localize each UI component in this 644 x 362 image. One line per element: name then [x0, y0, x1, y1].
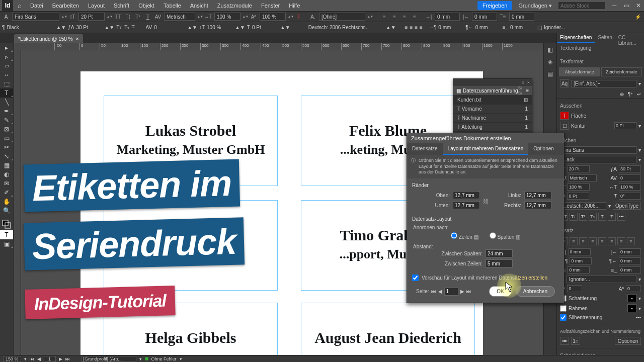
scissors-tool-icon[interactable]: ✂ — [0, 143, 13, 152]
allcaps-icon[interactable]: TT — [114, 13, 122, 21]
numbers-icon[interactable]: 1≡ — [571, 337, 580, 345]
char-style-select[interactable]: [Ohne] — [319, 13, 365, 21]
menu-ansicht[interactable]: Ansicht — [186, 3, 212, 9]
text-fill-icon[interactable]: T — [295, 13, 303, 21]
fontsize-input-r[interactable] — [568, 165, 590, 172]
underline-icon[interactable]: T — [144, 13, 152, 21]
direct-selection-tool-icon[interactable]: ▹ — [0, 52, 13, 61]
menu-fenster[interactable]: Fenster — [257, 3, 284, 9]
margin-top-input[interactable] — [453, 191, 480, 199]
indent-right-input[interactable]: 0 mm — [472, 13, 497, 21]
dropcap-lines-input[interactable] — [567, 285, 582, 292]
gradient-feather-tool-icon[interactable]: ◐ — [0, 170, 13, 179]
char-panel-icon[interactable]: A — [2, 13, 10, 21]
gap-tool-icon[interactable]: ↔ — [0, 70, 13, 79]
more-para-icon[interactable]: ••• — [635, 315, 641, 320]
font-family-select[interactable]: Fira Sans — [12, 13, 59, 21]
screen-mode-icon[interactable]: ▣ — [0, 239, 13, 248]
hyphen-select[interactable]: Ignorier... — [544, 25, 572, 30]
arrange-cols-radio[interactable]: Spalten ▥ — [490, 232, 520, 240]
baseline-input[interactable]: 0 Pt — [252, 25, 278, 30]
data-merge-panel[interactable]: « × ▦ Datenzusammenführung S/ S/ ≡ Kunde… — [453, 78, 532, 141]
justify-all-right-icon[interactable]: ≡ — [415, 25, 418, 30]
strike-icon-r[interactable]: T — [608, 213, 616, 221]
firstline-indent-input[interactable] — [570, 257, 592, 264]
font-weight-input[interactable]: ...ack — [560, 156, 636, 163]
para-panel-icon[interactable]: ¶ — [2, 25, 5, 30]
space-after-input[interactable]: 0 mm — [510, 25, 535, 30]
fill-swatch-icon[interactable]: T — [560, 112, 569, 120]
document-tab[interactable]: *Etiketten.indd @ 150 % × — [14, 34, 83, 43]
clear-override-icon[interactable]: ¶⁺ — [628, 92, 633, 97]
prev-page-icon[interactable]: ◀ — [438, 289, 442, 294]
window-close-icon[interactable]: ✕ — [635, 2, 642, 9]
justify-all-left-icon[interactable]: ≡ — [405, 25, 408, 30]
page-number-input[interactable] — [444, 288, 458, 296]
kerning-select[interactable]: Metrisch — [164, 13, 195, 21]
fontsize-input[interactable]: 20 Pt — [78, 13, 105, 21]
align-right-icon[interactable]: ≡ — [400, 13, 409, 21]
superscript-icon[interactable]: T¹ — [134, 13, 142, 21]
indent-left-input[interactable]: 0 mm — [435, 13, 460, 21]
line-tool-icon[interactable]: ╲ — [0, 98, 13, 107]
menu-datei[interactable]: Datei — [26, 3, 47, 9]
tab-layout-mehrere[interactable]: Layout mit mehreren Datensätzen — [443, 143, 529, 155]
underline-icon-r[interactable]: T — [598, 213, 606, 221]
subscript-icon-r[interactable]: T₁ — [589, 213, 597, 221]
eyedropper-tool-icon[interactable]: ✐ — [0, 188, 13, 197]
selection-tool-icon[interactable]: ▸ — [0, 43, 13, 52]
page-number-sb[interactable]: 1 — [44, 356, 56, 362]
subscript-icon[interactable]: T₁ — [124, 25, 129, 30]
space-before-input-r[interactable] — [568, 266, 590, 274]
justify-all-center-icon[interactable]: ≡ — [410, 25, 413, 30]
titlecase-icon[interactable]: Tᴛ — [116, 25, 122, 30]
content-collector-tool-icon[interactable]: ⬚ — [0, 79, 13, 88]
lastline-indent-input[interactable] — [619, 257, 641, 264]
tracking-input-r[interactable] — [619, 174, 641, 182]
align-j-icon[interactable]: ≡ — [589, 237, 597, 245]
last-indent-input[interactable]: 0 mm — [475, 25, 501, 30]
next-page-sb-icon[interactable]: ▶ — [59, 356, 62, 361]
subtab-absatzformate[interactable]: Absatzformate — [559, 67, 600, 76]
hscale-input-r[interactable] — [619, 184, 641, 191]
cc-libraries-panel-icon[interactable]: ▤ — [546, 69, 555, 78]
margin-left-input[interactable] — [524, 191, 551, 199]
vscale2-input[interactable]: 100 % — [207, 25, 233, 30]
panel-collapse-icon[interactable]: « — [522, 80, 524, 85]
char-style-icon[interactable]: A. — [309, 13, 317, 21]
type-tool-icon[interactable]: T — [0, 88, 13, 98]
tab-cc-libraries[interactable]: CC Librari... — [615, 33, 644, 43]
menu-hilfe[interactable]: Hilfe — [285, 3, 304, 9]
column-gap-input[interactable] — [486, 249, 513, 257]
last-page-sb-icon[interactable]: ⏭ — [65, 356, 70, 361]
align-jc-icon[interactable]: ≡ — [608, 237, 616, 245]
data-source-options-icon[interactable]: ⊞ — [524, 97, 528, 103]
border-swatch[interactable]: ▪ — [627, 304, 636, 312]
new-style-icon[interactable]: ⊕ — [620, 92, 624, 97]
align-jf-icon[interactable]: ≡ — [627, 237, 635, 245]
share-button[interactable]: Freigeben — [477, 1, 513, 10]
free-transform-tool-icon[interactable]: ⤡ — [0, 152, 13, 161]
workspace-select[interactable]: Grundlagen ▾ — [513, 3, 557, 9]
next-page-icon[interactable]: ▶ — [460, 289, 464, 294]
tab-eigenschaften[interactable]: Eigenschaften — [557, 33, 595, 43]
space-before-input[interactable]: 0 mm — [509, 13, 534, 21]
link-margins-icon[interactable]: ⛓ — [482, 194, 489, 209]
leading-input[interactable]: 30 Pt — [76, 25, 102, 30]
list-options-button[interactable]: Optionen — [615, 337, 641, 345]
panel-menu-icon[interactable]: ≡ — [526, 88, 529, 94]
first-indent-input[interactable]: 0 mm — [438, 25, 463, 30]
home-icon[interactable]: ⌂ — [14, 0, 25, 11]
pencil-tool-icon[interactable]: ✎ — [0, 116, 13, 125]
menu-layout[interactable]: Layout — [84, 3, 109, 9]
font-weight-select[interactable]: Black — [7, 25, 54, 30]
lang-input-r[interactable]: ...eutsch: 2006... — [560, 202, 606, 210]
shading-select[interactable]: Ignorier... — [567, 276, 636, 283]
paragraph-style-select[interactable]: [Einf. Abs.]+ — [571, 80, 636, 87]
first-page-icon[interactable]: ⏮ — [431, 289, 436, 294]
strikethrough-icon[interactable]: T — [131, 25, 134, 30]
leading-input-r[interactable] — [619, 165, 641, 172]
stroke-weight-input[interactable] — [614, 122, 636, 129]
menu-schrift[interactable]: Schrift — [110, 3, 133, 9]
align-justify-icon[interactable]: ≡ — [411, 13, 419, 21]
